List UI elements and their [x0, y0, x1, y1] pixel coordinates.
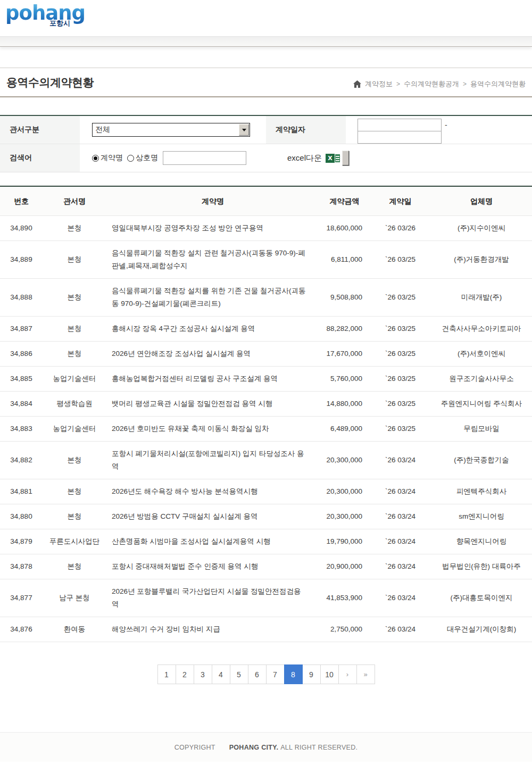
office-filter-label: 관서구분	[0, 116, 80, 144]
excel-download-button[interactable]: excel다운 X	[287, 151, 349, 165]
table-row[interactable]: 34,880본청2026년 방범용 CCTV 구매설치 실시설계 용역20,30…	[0, 504, 532, 529]
page-button-5[interactable]: 5	[230, 664, 248, 684]
cell-amount: 20,300,000	[319, 504, 370, 529]
cell-contract-title: 음식물류폐기물 적환장 설치 관련 철거공사(괴동동 970-9)-폐판넬,폐목…	[106, 241, 319, 278]
table-row[interactable]: 34,887본청흥해시장 장옥 4구간 조성공사 실시설계 용역88,282,0…	[0, 317, 532, 342]
cell-contract-title: 2026년도 해수욕장 해수 방사능 분석용역시행	[106, 479, 319, 504]
page-button-7[interactable]: 7	[266, 664, 285, 684]
radio-company-name[interactable]: 상호명	[127, 153, 158, 163]
table-row[interactable]: 34,882본청포항시 폐기물처리시설(포항에코빌리지) 입지 타당성조사 용역…	[0, 442, 532, 479]
cell-no: 34,877	[0, 586, 43, 610]
radio-contract-name[interactable]: 계약명	[92, 153, 123, 163]
cell-contract-title: 산촌명품화 시범마을 조성사업 실시설계용역 시행	[106, 529, 319, 554]
pagination: 12345678910›»	[0, 664, 532, 684]
date-to-input[interactable]	[358, 131, 442, 144]
select-dropdown-arrow-icon[interactable]	[239, 124, 249, 136]
cell-company: 미래개발(주)	[431, 285, 532, 310]
table-row[interactable]: 34,885농업기술센터흥해농업복합거점센터 리모델링 공사 구조설계 용역5,…	[0, 367, 532, 392]
cell-office: 본청	[43, 504, 106, 529]
excel-button-decor	[342, 151, 349, 165]
cell-date: `26 03/24	[370, 586, 431, 610]
page-button-6[interactable]: 6	[248, 664, 267, 684]
cell-contract-title: 해양쓰레기 수거 장비 임차비 지급	[106, 617, 319, 642]
radio-checked-icon[interactable]	[92, 155, 99, 162]
cell-office: 푸른도시사업단	[43, 529, 106, 554]
cell-amount: 5,760,000	[319, 367, 370, 391]
cell-amount: 20,300,000	[319, 448, 370, 472]
page-next-button[interactable]: ›	[338, 664, 357, 684]
page-button-3[interactable]: 3	[194, 664, 212, 684]
breadcrumb-item[interactable]: 계약정보	[365, 79, 393, 89]
table-row[interactable]: 34,884평생학습원뱃머리 평생교육관 시설물 정밀안전점검 용역 시행14,…	[0, 392, 532, 417]
page-button-2[interactable]: 2	[176, 664, 194, 684]
cell-company: 법무법인(유한) 대륙아주	[431, 554, 532, 579]
cell-contract-title: 포항시 폐기물처리시설(포항에코빌리지) 입지 타당성조사 용역	[106, 442, 319, 479]
cell-date: `26 03/24	[370, 479, 431, 504]
cell-company: (주)서호이엔씨	[431, 342, 532, 366]
page: pohang 포항시 용역수의계약현황 계약정보 > 수의계약현황공개 > 용역…	[0, 0, 532, 781]
cell-contract-title: 2026년 연안해조장 조성사업 실시설계 용역	[106, 342, 319, 366]
contract-table-body: 34,890본청영일대북부시장 공영주차장 조성 방안 연구용역18,600,0…	[0, 216, 532, 642]
page-button-1[interactable]: 1	[157, 664, 176, 684]
cell-office: 농업기술센터	[43, 367, 106, 391]
table-row[interactable]: 34,876환여동해양쓰레기 수거 장비 임차비 지급2,750,000`26 …	[0, 617, 532, 642]
cell-date: `26 03/25	[370, 285, 431, 310]
date-from-input[interactable]	[358, 119, 442, 131]
col-header-company: 업체명	[431, 187, 532, 215]
cell-contract-title: 2026년 포항블루밸리 국가산업단지 시설물 정밀안전점검용역	[106, 579, 319, 617]
home-icon[interactable]	[353, 80, 361, 88]
page-button-4[interactable]: 4	[212, 664, 230, 684]
office-select[interactable]: 전체	[92, 123, 250, 137]
cell-no: 34,888	[0, 285, 43, 310]
cell-amount: 20,300,000	[319, 479, 370, 504]
radio-company-label: 상호명	[136, 153, 158, 163]
page-button-10[interactable]: 10	[320, 664, 339, 684]
cell-date: `26 03/25	[370, 367, 431, 391]
table-row[interactable]: 34,877남구 본청2026년 포항블루밸리 국가산업단지 시설물 정밀안전점…	[0, 579, 532, 617]
table-row[interactable]: 34,890본청영일대북부시장 공영주차장 조성 방안 연구용역18,600,0…	[0, 216, 532, 241]
cell-no: 34,889	[0, 247, 43, 272]
breadcrumb-separator: >	[396, 80, 400, 88]
table-row[interactable]: 34,883농업기술센터2026년 호미반도 유채꽃 축제 이동식 화장실 임차…	[0, 417, 532, 442]
table-row[interactable]: 34,886본청2026년 연안해조장 조성사업 실시설계 용역17,670,0…	[0, 342, 532, 367]
table-row[interactable]: 34,879푸른도시사업단산촌명품화 시범마을 조성사업 실시설계용역 시행19…	[0, 529, 532, 554]
cell-company: 대우건설기계(이창희)	[431, 617, 532, 642]
cell-contract-title: 흥해농업복합거점센터 리모델링 공사 구조설계 용역	[106, 367, 319, 391]
cell-date: `26 03/24	[370, 504, 431, 529]
cell-company: sm엔지니어링	[431, 504, 532, 529]
filter-row-2: 검색어 계약명 상호명 excel다운	[0, 144, 532, 172]
footer-rights: ALL RIGHT RESERVED.	[280, 744, 358, 751]
page-button-8[interactable]: 8	[284, 664, 303, 684]
cell-company: (주)한국종합기술	[431, 448, 532, 472]
cell-no: 34,885	[0, 367, 43, 391]
radio-unchecked-icon[interactable]	[127, 155, 134, 162]
cell-office: 본청	[43, 216, 106, 240]
table-row[interactable]: 34,881본청2026년도 해수욕장 해수 방사능 분석용역시행20,300,…	[0, 479, 532, 504]
table-row[interactable]: 34,878본청포항시 중대재해처벌법 준수 인증제 용역 시행20,900,0…	[0, 554, 532, 579]
search-filter-box: 관서구분 전체 계약일자 - 검색어	[0, 115, 532, 172]
breadcrumb-item-current[interactable]: 용역수의계약현황	[470, 79, 526, 89]
keyword-search-input[interactable]	[163, 151, 246, 165]
page-button-9[interactable]: 9	[302, 664, 321, 684]
cell-office: 본청	[43, 285, 106, 310]
cell-amount: 88,282,000	[319, 317, 370, 341]
table-row[interactable]: 34,888본청음식물류폐기물 적환장 설치를 위한 기존 건물 철거공사(괴동…	[0, 279, 532, 317]
site-footer: COPYRIGHT POHANG CITY. ALL RIGHT RESERVE…	[0, 732, 532, 762]
breadcrumb-item[interactable]: 수의계약현황공개	[404, 79, 459, 89]
cell-amount: 17,670,000	[319, 342, 370, 366]
cell-company: 향목엔지니어링	[431, 529, 532, 554]
table-row[interactable]: 34,889본청음식물류폐기물 적환장 설치 관련 철거공사(괴동동 970-9…	[0, 241, 532, 279]
footer-copyright: COPYRIGHT	[174, 744, 215, 751]
cell-office: 평생학습원	[43, 392, 106, 416]
cell-date: `26 03/24	[370, 617, 431, 642]
date-filter-label: 계약일자	[266, 116, 346, 144]
pohang-logo[interactable]: pohang 포항시	[5, 3, 85, 27]
cell-office: 본청	[43, 342, 106, 366]
page-title: 용역수의계약현황	[6, 75, 94, 90]
global-nav-bar	[0, 36, 532, 47]
cell-date: `26 03/25	[370, 317, 431, 341]
logo-text: pohang	[5, 2, 85, 24]
cell-contract-title: 포항시 중대재해처벌법 준수 인증제 용역 시행	[106, 554, 319, 579]
page-last-button[interactable]: »	[356, 664, 375, 684]
cell-date: `26 03/25	[370, 247, 431, 272]
